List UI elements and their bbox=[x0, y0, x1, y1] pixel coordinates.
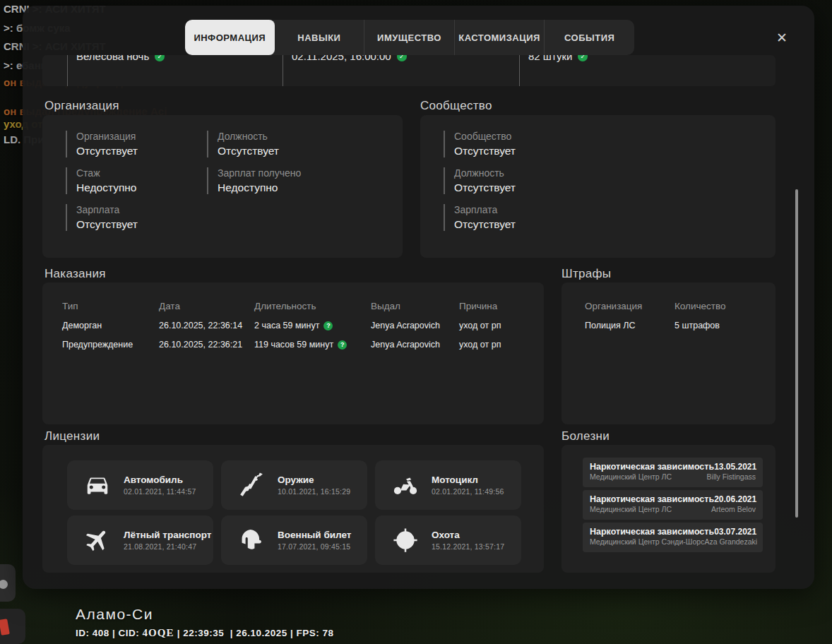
tab-information[interactable]: ИНФОРМАЦИЯ bbox=[185, 20, 275, 55]
punishments-card: Тип Дата Длительность Выдал Причина Демо… bbox=[42, 282, 544, 424]
modal-scrollbar[interactable] bbox=[795, 189, 798, 518]
license-tile-hunting: Охота15.12.2021, 13:57:17 bbox=[375, 515, 521, 565]
hud-cid-value: 4OQE bbox=[143, 627, 174, 638]
modal-tabbar: ИНФОРМАЦИЯ НАВЫКИ ИМУЩЕСТВО КАСТОМИЗАЦИЯ… bbox=[185, 20, 634, 55]
fines-header-row: Организация Количество bbox=[585, 301, 726, 311]
help-icon[interactable]: ? bbox=[323, 321, 333, 330]
license-tile-military: Военный билет17.07.2021, 09:45:15 bbox=[221, 515, 367, 565]
car-icon bbox=[84, 472, 111, 499]
punishment-issuer: Jenya Acrapovich bbox=[371, 340, 459, 350]
fine-organization: Полиция ЛС bbox=[585, 321, 674, 330]
tab-events[interactable]: СОБЫТИЯ bbox=[544, 20, 634, 55]
punishment-type: Деморган bbox=[62, 321, 159, 330]
hud-logo-tile bbox=[0, 609, 25, 644]
event-date-value: 02.11.2025, 16:00:00 bbox=[292, 55, 391, 62]
disease-item: Наркотическая зависимость03.07.2021 Меди… bbox=[583, 523, 763, 552]
location-label: Аламо-Си bbox=[76, 606, 153, 623]
column-header: Дата bbox=[159, 301, 254, 311]
event-count-value: 82 штуки bbox=[528, 55, 572, 62]
field-label: Зарплат получено bbox=[218, 167, 391, 179]
field-value: Недоступно bbox=[76, 181, 207, 194]
field-value: Недоступно bbox=[218, 181, 391, 194]
org-field: Должность Отсутствует bbox=[207, 131, 391, 157]
punishment-row: Предупреждение 26.10.2025, 22:36:21 119 … bbox=[62, 340, 501, 350]
field-value: Отсутствует bbox=[76, 218, 207, 231]
event-summary-row: Велесова ночь✓ 02.11.2025, 16:00:00✓ 82 … bbox=[42, 55, 775, 86]
fines-section-title: Штрафы bbox=[561, 267, 611, 281]
community-card: Сообщество Отсутствует Должность Отсутст… bbox=[420, 115, 775, 258]
license-tile-motorcycle: Мотоцикл02.01.2021, 11:49:56 bbox=[375, 460, 521, 510]
license-name: Лётный транспорт bbox=[124, 530, 211, 540]
tab-skills[interactable]: НАВЫКИ bbox=[275, 20, 364, 55]
column-header: Организация bbox=[585, 301, 674, 311]
field-label: Должность bbox=[454, 167, 627, 179]
licenses-card: Автомобиль02.01.2021, 11:44:57 Оружие10.… bbox=[42, 445, 544, 573]
field-label: Зарплата bbox=[76, 204, 207, 215]
license-name: Автомобиль bbox=[124, 475, 196, 485]
community-field: Сообщество Отсутствует bbox=[444, 131, 627, 157]
license-tile-aircraft: Лётный транспорт21.08.2021, 21:40:47 bbox=[67, 515, 213, 565]
target-icon bbox=[392, 527, 419, 554]
column-header: Выдал bbox=[371, 301, 459, 311]
helmet-icon bbox=[238, 527, 265, 554]
punishments-header-row: Тип Дата Длительность Выдал Причина bbox=[62, 301, 501, 311]
hud-stats-suffix: | 22:39:35 | 26.10.2025 | FPS: 78 bbox=[174, 628, 333, 638]
org-field: Организация Отсутствует bbox=[66, 131, 207, 157]
voice-circle-icon bbox=[0, 580, 8, 589]
column-header: Количество bbox=[674, 301, 726, 311]
disease-name: Наркотическая зависимость bbox=[590, 527, 714, 537]
rifle-icon bbox=[238, 472, 265, 499]
license-date: 15.12.2021, 13:57:17 bbox=[432, 542, 504, 551]
column-header: Длительность bbox=[254, 301, 371, 311]
field-value: Отсутствует bbox=[454, 181, 627, 194]
field-label: Зарплата bbox=[454, 204, 627, 215]
license-date: 02.01.2021, 11:49:56 bbox=[432, 487, 504, 496]
column-header: Причина bbox=[459, 301, 501, 311]
community-section-title: Сообщество bbox=[420, 99, 492, 113]
field-label: Организация bbox=[76, 131, 207, 142]
player-info-modal: ИНФОРМАЦИЯ НАВЫКИ ИМУЩЕСТВО КАСТОМИЗАЦИЯ… bbox=[23, 6, 814, 589]
diseases-section-title: Болезни bbox=[561, 429, 610, 443]
red-logo-icon bbox=[0, 619, 10, 636]
disease-item: Наркотическая зависимость20.06.2021 Меди… bbox=[583, 490, 763, 520]
check-icon: ✓ bbox=[397, 55, 407, 61]
disease-doctor: Billy Fistingass bbox=[707, 472, 756, 481]
help-icon[interactable]: ? bbox=[338, 340, 347, 350]
close-icon[interactable]: ✕ bbox=[771, 27, 792, 48]
hud-stats-prefix: ID: 408 | CID: bbox=[76, 628, 143, 638]
license-name: Охота bbox=[432, 530, 504, 540]
tab-property[interactable]: ИМУЩЕСТВО bbox=[364, 20, 454, 55]
org-field: Стаж Недоступно bbox=[66, 167, 207, 194]
punishment-duration: 119 часов 59 минут bbox=[254, 340, 333, 350]
field-label: Стаж bbox=[76, 167, 207, 179]
community-field: Зарплата Отсутствует bbox=[444, 204, 627, 231]
punishment-reason: уход от рп bbox=[459, 340, 501, 350]
license-name: Оружие bbox=[278, 475, 350, 485]
game-screen: CRNI >: АСИ ХИТЯТ >: бомж сука CRNI >: А… bbox=[0, 0, 832, 644]
license-tile-weapon: Оружие10.01.2021, 16:15:29 bbox=[221, 460, 367, 510]
punishment-reason: уход от рп bbox=[459, 321, 501, 330]
divider bbox=[283, 55, 283, 86]
tab-customization[interactable]: КАСТОМИЗАЦИЯ bbox=[454, 20, 545, 55]
license-date: 10.01.2021, 16:15:29 bbox=[278, 487, 350, 496]
organization-card: Организация Отсутствует Должность Отсутс… bbox=[42, 115, 403, 258]
check-icon: ✓ bbox=[578, 55, 588, 61]
field-value: Отсутствует bbox=[218, 145, 391, 157]
hud-stats-line: ID: 408 | CID: 4OQE | 22:39:35 | 26.10.2… bbox=[76, 627, 334, 639]
field-value: Отсутствует bbox=[454, 218, 627, 231]
punishment-date: 26.10.2025, 22:36:14 bbox=[159, 321, 254, 330]
disease-name: Наркотическая зависимость bbox=[590, 462, 714, 472]
punishment-type: Предупреждение bbox=[62, 340, 159, 350]
disease-item: Наркотическая зависимость13.05.2021 Меди… bbox=[583, 458, 763, 487]
punishment-duration: 2 часа 59 минут bbox=[254, 321, 319, 330]
disease-name: Наркотическая зависимость bbox=[590, 494, 714, 504]
disease-date: 20.06.2021 bbox=[714, 494, 756, 504]
punishment-date: 26.10.2025, 22:36:21 bbox=[159, 340, 254, 350]
fine-count: 5 штрафов bbox=[674, 321, 726, 330]
disease-place: Медицинский Центр Сэнди-Шорс bbox=[590, 537, 704, 546]
punishment-row: Деморган 26.10.2025, 22:36:14 2 часа 59 … bbox=[62, 321, 501, 330]
license-date: 21.08.2021, 21:40:47 bbox=[124, 542, 211, 551]
disease-place: Медицинский Центр ЛС bbox=[590, 472, 672, 481]
field-value: Отсутствует bbox=[76, 145, 207, 157]
plane-icon bbox=[84, 527, 111, 554]
